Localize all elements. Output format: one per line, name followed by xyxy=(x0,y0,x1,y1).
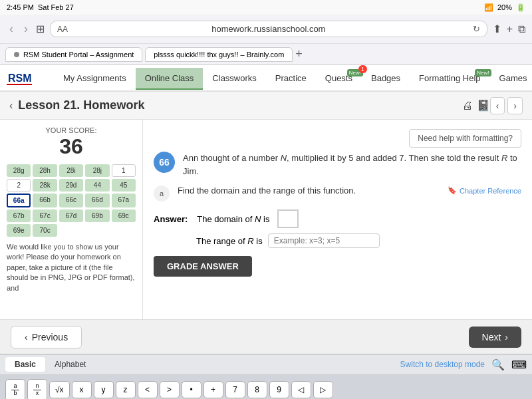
reader-button[interactable]: ⊞ xyxy=(36,23,45,35)
keyboard-key[interactable]: 7 xyxy=(225,381,245,398)
grade-answer-button[interactable]: GRADE ANSWER xyxy=(154,256,252,277)
main-content: YOUR SCORE: 36 28g28h28i28j1228k29d44456… xyxy=(0,120,532,319)
nav-classworks[interactable]: Classworks xyxy=(203,68,265,90)
problem-cell[interactable]: 28k xyxy=(33,179,57,192)
right-panel: Need help with formatting? 66 Ann though… xyxy=(143,120,532,319)
browser-bar: ‹ › ⊞ AA homework.russianschool.com ↻ ⬆ … xyxy=(0,15,532,44)
problem-cell[interactable]: 1 xyxy=(112,164,136,177)
sub-text: Find the domain and the range of this fu… xyxy=(178,186,448,196)
tab-bar: RSM Student Portal – Assignment plssss q… xyxy=(0,44,532,65)
switch-desktop-button[interactable]: Switch to desktop mode xyxy=(400,360,485,369)
tab-1[interactable]: RSM Student Portal – Assignment xyxy=(5,47,142,62)
chapter-ref-button[interactable]: 🔖 Chapter Reference xyxy=(448,186,521,195)
lesson-next-button[interactable]: › xyxy=(507,97,523,114)
problem-cell[interactable]: 66b xyxy=(33,194,57,207)
add-tab-button[interactable]: + xyxy=(507,23,513,35)
tab-2[interactable]: plssss quickk!!!! thx guys!! – Brainly.c… xyxy=(145,47,293,62)
url-bar[interactable]: AA homework.russianschool.com ↻ xyxy=(50,21,487,37)
problem-cell[interactable]: 69e xyxy=(7,224,31,237)
keyboard-hide-button[interactable]: ⌨ xyxy=(511,358,527,371)
nav-menu: RSM My Assignments Online Class Classwor… xyxy=(0,65,532,92)
next-button[interactable]: Next › xyxy=(469,327,521,348)
problem-cell[interactable]: 69c xyxy=(112,209,136,222)
url-text: homework.russianschool.com xyxy=(211,24,325,34)
nav-quests[interactable]: Quests New! 1 xyxy=(316,68,362,90)
problem-cell[interactable]: 66a xyxy=(7,194,31,207)
keyboard-key[interactable]: nx xyxy=(27,379,47,399)
problem-grid: 28g28h28i28j1228k29d444566a66b66c66d67a6… xyxy=(7,164,136,237)
book-icon[interactable]: 📓 xyxy=(477,99,490,112)
domain-input[interactable] xyxy=(277,209,299,228)
keyboard-row: abnx√xxyz<>•+789◁▷ xyxy=(3,378,529,399)
problem-cell[interactable]: 29d xyxy=(59,179,83,192)
problem-cell[interactable]: 2 xyxy=(7,179,31,192)
keyboard-key[interactable]: x xyxy=(72,381,92,398)
lesson-back-button[interactable]: ‹ xyxy=(9,100,13,112)
problem-cell[interactable]: 45 xyxy=(112,179,136,192)
keyboard-key[interactable]: > xyxy=(160,381,180,398)
domain-text: The domain of N is xyxy=(197,214,269,224)
wifi-icon: 📶 xyxy=(484,3,493,12)
keyboard-key[interactable]: • xyxy=(182,381,201,398)
forward-button[interactable]: › xyxy=(21,21,31,37)
previous-button[interactable]: ‹ Previous xyxy=(11,326,82,348)
left-panel: YOUR SCORE: 36 28g28h28i28j1228k29d44456… xyxy=(0,120,143,319)
next-arrow-icon: › xyxy=(505,332,508,342)
problem-cell[interactable]: 28h xyxy=(33,164,57,177)
keyboard-search-button[interactable]: 🔍 xyxy=(491,358,505,371)
next-label: Next xyxy=(482,332,501,342)
problem-cell[interactable]: 66c xyxy=(59,194,83,207)
question-text: Ann thought of a number N, multiplied it… xyxy=(183,152,521,178)
keyboard-tab-alphabet[interactable]: Alphabet xyxy=(45,357,95,372)
problem-cell[interactable]: 70c xyxy=(33,224,57,237)
back-button[interactable]: ‹ xyxy=(7,21,16,37)
keyboard-key[interactable]: 9 xyxy=(269,381,289,398)
keyboard-key[interactable]: + xyxy=(203,381,223,398)
print-icon[interactable]: 🖨 xyxy=(462,99,473,112)
time: 2:45 PM xyxy=(7,3,34,11)
date: Sat Feb 27 xyxy=(38,3,74,11)
problem-cell[interactable]: 67c xyxy=(33,209,57,222)
battery: 20% xyxy=(497,3,512,11)
nav-badges[interactable]: Badges xyxy=(362,68,410,90)
problem-cell[interactable]: 66d xyxy=(85,194,109,207)
nav-online-class[interactable]: Online Class xyxy=(136,68,203,90)
lesson-prev-button[interactable]: ‹ xyxy=(490,97,505,114)
problem-cell[interactable]: 28i xyxy=(59,164,83,177)
new-tab-button[interactable]: + xyxy=(295,47,303,61)
lesson-header: ‹ Lesson 21. Homework 🖨 📓 ‹ › xyxy=(0,92,532,120)
keyboard-key[interactable]: √x xyxy=(49,381,70,398)
keyboard-tab-basic[interactable]: Basic xyxy=(5,357,45,372)
problem-cell[interactable]: 28j xyxy=(85,164,109,177)
problem-cell[interactable]: 67b xyxy=(7,209,31,222)
keyboard-key[interactable]: ◁ xyxy=(291,381,311,398)
question-number: 66 xyxy=(154,152,175,173)
status-bar: 2:45 PM Sat Feb 27 📶 20% 🔋 xyxy=(0,0,532,15)
problem-cell[interactable]: 67a xyxy=(112,194,136,207)
problem-cell[interactable]: 28g xyxy=(7,164,31,177)
range-input[interactable] xyxy=(268,233,380,248)
keyboard-key[interactable]: y xyxy=(94,381,114,398)
svg-text:RSM: RSM xyxy=(8,72,32,84)
answer-row-range: The range of R is xyxy=(154,233,521,248)
question-sub: a Find the domain and the range of this … xyxy=(154,186,521,201)
keyboard-key[interactable]: ab xyxy=(5,379,25,399)
problem-cell[interactable]: 69b xyxy=(85,209,109,222)
problem-cell[interactable]: 67d xyxy=(59,209,83,222)
nav-formatting-label: Formatting Help xyxy=(419,73,480,83)
keyboard-key[interactable]: < xyxy=(138,381,158,398)
keyboard-rows: abnx√xxyz<>•+789◁▷ⁿ√xabc≤≥÷−456⌫CNo Solu… xyxy=(0,375,532,399)
keyboard-key[interactable]: z xyxy=(116,381,136,398)
format-help-button[interactable]: Need help with formatting? xyxy=(409,129,521,148)
nav-my-assignments[interactable]: My Assignments xyxy=(54,68,136,90)
nav-games[interactable]: Games xyxy=(490,68,532,90)
share-button[interactable]: ⬆ xyxy=(493,23,501,35)
lesson-title: Lesson 21. Homework xyxy=(18,98,458,112)
nav-formatting[interactable]: Formatting Help New! xyxy=(410,68,489,90)
tabs-button[interactable]: ⧉ xyxy=(518,23,525,35)
problem-cell[interactable]: 44 xyxy=(85,179,109,192)
refresh-button[interactable]: ↻ xyxy=(473,24,480,34)
keyboard-key[interactable]: ▷ xyxy=(313,381,333,398)
keyboard-key[interactable]: 8 xyxy=(247,381,267,398)
nav-practice[interactable]: Practice xyxy=(266,68,316,90)
